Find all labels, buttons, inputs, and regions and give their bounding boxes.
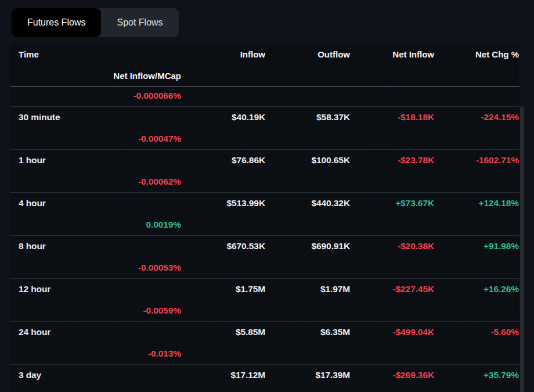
net-chg-cell: +16.26% bbox=[435, 284, 519, 294]
inflow-cell: $670.53K bbox=[182, 241, 266, 251]
scrollbar-thumb[interactable] bbox=[520, 106, 524, 392]
flows-tab-group: Futures Flows Spot Flows bbox=[12, 8, 179, 37]
inflow-cell: $1.75M bbox=[182, 284, 266, 294]
net-mcap-cell: -0.00047% bbox=[10, 134, 182, 144]
table-header-row: Time Inflow Outflow Net Inflow Net Chg %… bbox=[10, 44, 519, 87]
time-cell: 3 day bbox=[10, 370, 182, 380]
net-mcap-cell: -0.0059% bbox=[10, 305, 182, 316]
net-chg-cell: +124.18% bbox=[435, 198, 519, 208]
table-row: 8 hour $670.53K $690.91K -$20.38K +91.98… bbox=[10, 236, 519, 279]
outflow-cell: $440.32K bbox=[266, 198, 351, 208]
outflow-cell: $690.91K bbox=[266, 241, 351, 251]
net-chg-cell: -5.60% bbox=[435, 327, 519, 337]
time-cell: 24 hour bbox=[10, 327, 182, 337]
inflow-cell: $17.12M bbox=[182, 370, 266, 380]
net-chg-cell: -1602.71% bbox=[435, 155, 519, 166]
net-inflow-cell: -$18.18K bbox=[351, 112, 435, 123]
outflow-cell: $58.37K bbox=[266, 112, 351, 123]
net-inflow-cell: -$499.04K bbox=[351, 327, 435, 337]
table-row: 24 hour $5.85M $6.35M -$499.04K -5.60% -… bbox=[10, 322, 519, 365]
vertical-scrollbar bbox=[520, 87, 524, 392]
net-mcap-cell: -0.00062% bbox=[10, 177, 182, 187]
outflow-cell: $100.65K bbox=[266, 155, 351, 166]
outflow-cell: $6.35M bbox=[266, 327, 351, 337]
outflow-cell: $1.97M bbox=[266, 284, 351, 294]
net-mcap-cell: -0.013% bbox=[10, 348, 182, 359]
table-row: 3 day $17.12M $17.39M -$269.36K +35.79% … bbox=[10, 365, 519, 392]
column-header-net-chg: Net Chg % bbox=[435, 49, 519, 59]
column-header-net-inflow: Net Inflow bbox=[351, 49, 435, 59]
tab-spot-flows[interactable]: Spot Flows bbox=[101, 8, 178, 37]
column-header-net-inflow-mcap: Net Inflow/MCap bbox=[10, 71, 182, 81]
net-inflow-cell: -$23.78K bbox=[351, 155, 435, 166]
time-cell: 8 hour bbox=[10, 241, 182, 251]
time-cell: 4 hour bbox=[10, 198, 182, 208]
net-mcap-cell: -0.00053% bbox=[10, 262, 182, 273]
column-header-inflow: Inflow bbox=[182, 49, 266, 59]
table-body: 15 minute $24.04K $27.44K -$2.57K +85.38… bbox=[10, 87, 519, 392]
inflow-cell: $76.86K bbox=[182, 155, 266, 166]
net-mcap-cell: 0.0019% bbox=[10, 220, 182, 230]
table-row: 15 minute $24.04K $27.44K -$2.57K +85.38… bbox=[10, 87, 519, 107]
table-row: 12 hour $1.75M $1.97M -$227.45K +16.26% … bbox=[10, 279, 519, 322]
inflow-cell: $513.99K bbox=[182, 198, 266, 208]
net-inflow-cell: -$227.45K bbox=[351, 284, 435, 294]
table-row: 1 hour $76.86K $100.65K -$23.78K -1602.7… bbox=[10, 150, 519, 193]
net-mcap-cell: -0.000066% bbox=[10, 91, 182, 101]
time-cell: 30 minute bbox=[10, 112, 182, 123]
net-chg-cell: +91.98% bbox=[435, 241, 519, 251]
net-inflow-cell: -$20.38K bbox=[351, 241, 435, 251]
column-header-time: Time bbox=[10, 49, 182, 59]
tab-futures-flows[interactable]: Futures Flows bbox=[12, 8, 101, 37]
table-rows: 15 minute $24.04K $27.44K -$2.57K +85.38… bbox=[10, 87, 519, 392]
net-chg-cell: -224.15% bbox=[435, 112, 519, 123]
time-cell: 1 hour bbox=[10, 155, 182, 166]
net-inflow-cell: +$73.67K bbox=[351, 198, 435, 208]
table-row: 4 hour $513.99K $440.32K +$73.67K +124.1… bbox=[10, 193, 519, 236]
table-row: 30 minute $40.19K $58.37K -$18.18K -224.… bbox=[10, 107, 519, 150]
inflow-cell: $5.85M bbox=[182, 327, 266, 337]
inflow-cell: $40.19K bbox=[182, 112, 266, 123]
column-header-outflow: Outflow bbox=[266, 49, 351, 59]
outflow-cell: $17.39M bbox=[266, 370, 351, 380]
flows-table: Time Inflow Outflow Net Inflow Net Chg %… bbox=[10, 44, 519, 392]
net-chg-cell: +35.79% bbox=[435, 370, 519, 380]
net-inflow-cell: -$269.36K bbox=[351, 370, 435, 380]
time-cell: 12 hour bbox=[10, 284, 182, 294]
